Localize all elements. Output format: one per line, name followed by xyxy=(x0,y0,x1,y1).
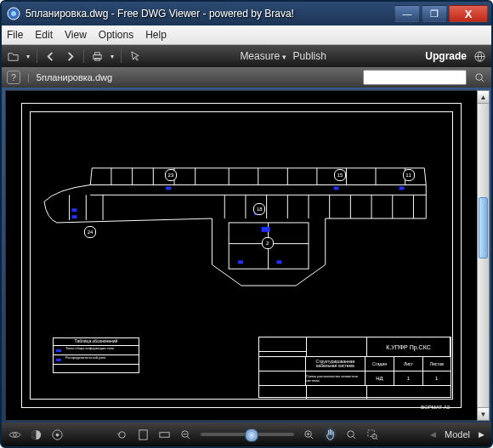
node-label-11: 11 xyxy=(403,169,415,181)
menu-help[interactable]: Help xyxy=(145,29,167,41)
window-controls: — ❐ X xyxy=(394,5,488,22)
document-filename: 5планировка.dwg xyxy=(37,72,112,82)
scroll-up-icon[interactable]: ▲ xyxy=(478,91,489,104)
app-window: 5планировка.dwg - Free DWG Viewer - powe… xyxy=(0,0,493,448)
close-button[interactable]: X xyxy=(449,5,488,22)
svg-point-48 xyxy=(14,433,17,436)
svg-line-60 xyxy=(310,436,313,439)
titlebar[interactable]: 5планировка.dwg - Free DWG Viewer - powe… xyxy=(2,2,491,26)
menu-edit[interactable]: Edit xyxy=(35,29,53,41)
fit-page-icon[interactable] xyxy=(137,428,150,441)
svg-rect-43 xyxy=(72,208,77,212)
svg-rect-63 xyxy=(367,429,374,436)
svg-line-9 xyxy=(424,168,426,185)
zoom-knob[interactable] xyxy=(245,428,258,442)
menu-options[interactable]: Options xyxy=(99,29,133,41)
svg-rect-41 xyxy=(400,186,405,190)
svg-line-62 xyxy=(353,436,355,439)
minimize-button[interactable]: — xyxy=(394,5,420,22)
separator: | xyxy=(27,72,30,82)
svg-rect-39 xyxy=(166,186,171,190)
svg-rect-40 xyxy=(334,186,339,190)
node-label-15: 15 xyxy=(334,169,346,181)
document-bar: ? | 5планировка.dwg xyxy=(2,67,491,88)
globe-icon[interactable] xyxy=(473,50,486,63)
svg-line-65 xyxy=(376,438,377,439)
dwg-content: 23 15 11 18 2 24 Таблица обозначений Точ… xyxy=(6,91,477,420)
svg-point-51 xyxy=(56,433,60,436)
search-input[interactable] xyxy=(363,70,467,85)
menu-bar: File Edit View Options Help xyxy=(2,26,491,45)
node-label-24: 24 xyxy=(84,226,96,238)
prev-view-icon[interactable]: ◀ xyxy=(430,430,436,439)
publish-button[interactable]: Publish xyxy=(293,50,326,62)
zoom-region-icon[interactable] xyxy=(366,428,379,441)
svg-rect-47 xyxy=(262,227,270,232)
fit-width-icon[interactable] xyxy=(158,428,171,441)
help-icon[interactable]: ? xyxy=(7,71,20,84)
zoom-out-icon[interactable] xyxy=(179,428,192,441)
upgrade-button[interactable]: Upgrade xyxy=(425,50,467,62)
next-icon[interactable] xyxy=(64,50,76,63)
monochrome-icon[interactable] xyxy=(51,428,64,441)
legend-title: Таблица обозначений xyxy=(54,338,139,346)
svg-line-56 xyxy=(187,436,190,439)
title-block: К.УПФР Пр.СКС Структурированнаякабельная… xyxy=(258,337,451,398)
pan-icon[interactable] xyxy=(324,428,337,441)
scroll-down-icon[interactable]: ▼ xyxy=(478,407,489,420)
status-bar: ◀ Model ▶ xyxy=(2,422,491,446)
legend-block: Таблица обозначений Точка сбора информац… xyxy=(53,337,139,373)
zoom-slider[interactable] xyxy=(201,433,294,436)
svg-point-6 xyxy=(476,73,483,80)
eye-icon[interactable] xyxy=(8,428,21,441)
mode-label[interactable]: Model xyxy=(445,429,470,439)
svg-rect-3 xyxy=(95,52,100,54)
node-label-18: 18 xyxy=(253,203,265,215)
window-title: 5планировка.dwg - Free DWG Viewer - powe… xyxy=(26,8,394,20)
prev-icon[interactable] xyxy=(44,50,57,63)
format-label: ФОРМАТ А3 xyxy=(421,405,450,410)
print-icon[interactable] xyxy=(91,50,104,63)
zoom-in-icon[interactable] xyxy=(303,428,315,441)
svg-point-61 xyxy=(347,430,354,437)
app-icon xyxy=(7,7,20,20)
scroll-thumb[interactable] xyxy=(479,197,488,258)
svg-rect-46 xyxy=(276,260,281,264)
svg-rect-52 xyxy=(139,429,146,439)
open-icon[interactable] xyxy=(7,50,20,63)
main-toolbar: ▾ ▾ Measure Publish Upgrade xyxy=(2,45,491,67)
floor-plan: 23 15 11 18 2 24 xyxy=(40,142,443,295)
node-label-2: 2 xyxy=(262,237,274,249)
svg-rect-45 xyxy=(238,260,243,264)
maximize-button[interactable]: ❐ xyxy=(422,5,447,22)
svg-rect-53 xyxy=(159,432,168,437)
search-icon[interactable] xyxy=(473,71,486,84)
pointer-icon[interactable] xyxy=(128,50,141,63)
rotate-icon[interactable] xyxy=(116,428,128,441)
scroll-track[interactable] xyxy=(478,104,489,407)
drawing-canvas[interactable]: 23 15 11 18 2 24 Таблица обозначений Точ… xyxy=(5,90,478,421)
next-view-icon[interactable]: ▶ xyxy=(479,430,484,439)
svg-rect-44 xyxy=(72,215,77,218)
svg-line-8 xyxy=(90,168,92,185)
vertical-scrollbar[interactable]: ▲ ▼ xyxy=(477,90,490,421)
menu-file[interactable]: File xyxy=(7,29,23,41)
menu-view[interactable]: View xyxy=(65,29,87,41)
background-icon[interactable] xyxy=(30,428,42,441)
measure-button[interactable]: Measure xyxy=(240,50,286,62)
node-label-23: 23 xyxy=(165,169,177,181)
svg-point-1 xyxy=(11,11,16,16)
magnify-icon[interactable] xyxy=(345,428,358,441)
